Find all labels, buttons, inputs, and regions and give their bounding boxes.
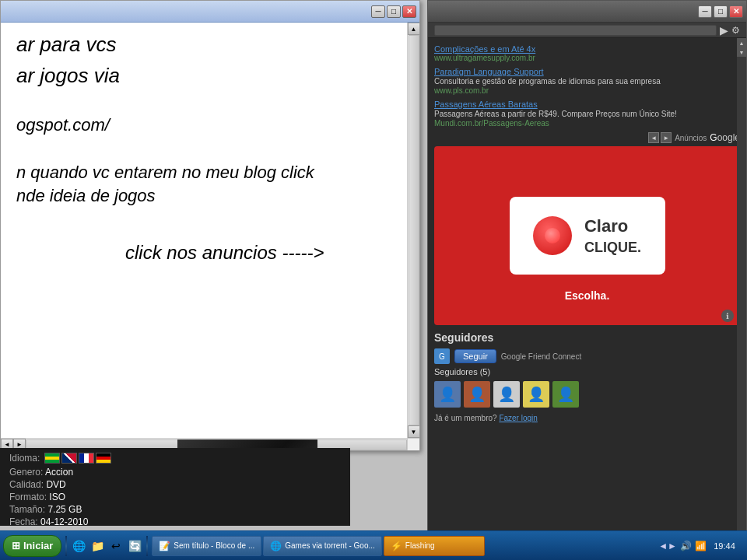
fazer-login-link[interactable]: Fazer login <box>499 414 537 422</box>
taskbar-tasks: 📝 Sem título - Bloco de ... 🌐 Games via … <box>152 536 652 556</box>
ad-3-title[interactable]: Passagens Aéreas Baratas <box>434 100 740 109</box>
notepad-icon: 📝 <box>159 541 170 551</box>
task-flashing[interactable]: ⚡ Flashing <box>384 536 485 556</box>
right-scroll-up[interactable]: ▲ <box>737 38 746 47</box>
ad-3-desc: Passagens Aéreas a partir de R$49. Compa… <box>434 109 740 119</box>
seguidores-count: Seguidores (5) <box>434 367 740 376</box>
claro-card: Claro CLIQUE. <box>510 197 665 275</box>
forward-icon[interactable]: 🔄 <box>127 538 142 554</box>
start-label: Iniciar <box>23 540 53 551</box>
taskbar: ⊞ Iniciar 🌐 📁 ↩ 🔄 📝 Sem título - Bloco d… <box>0 530 747 560</box>
task-browser-label: Games via torrent - Goo... <box>285 541 375 550</box>
browser-icon: 🌐 <box>270 541 282 551</box>
back-icon[interactable]: ↩ <box>108 538 124 554</box>
systray-volume-icon: 🔊 <box>680 541 692 551</box>
google-friend-connect-label: Google Friend Connect <box>501 352 581 361</box>
systray-network-icon: 📶 <box>695 541 707 551</box>
ad-2-desc: Consultoria e gestão de programas de idi… <box>434 76 740 86</box>
seguidores-section: Seguidores G Seguir Google Friend Connec… <box>434 331 740 422</box>
claro-card-text: Claro CLIQUE. <box>584 216 641 256</box>
minimize-button[interactable]: ─ <box>371 5 385 18</box>
folder-icon[interactable]: 📁 <box>89 538 105 554</box>
ads-nav: ◄ ► <box>648 132 672 143</box>
go-button[interactable]: ▶ <box>720 24 728 37</box>
claro-cta: CLIQUE. <box>584 240 641 256</box>
bottom-info-panel: Idioma: Genero: Accion Calidad: DVD Form… <box>0 448 350 526</box>
avatar-row: 👤 👤 👤 👤 👤 <box>434 381 740 408</box>
formato-label: Formato: <box>9 492 47 502</box>
tamano-row: Tamaño: 7.25 GB <box>9 504 341 515</box>
left-window-content: ar para vcs ar jogos via ogspot.com/ n q… <box>1 23 419 450</box>
right-address-input[interactable] <box>434 25 717 36</box>
ads-section: Complicações e em Até 4x www.ultragamesu… <box>434 41 740 146</box>
scroll-down-button[interactable]: ▼ <box>408 425 420 438</box>
right-scroll-down[interactable]: ▼ <box>737 47 746 57</box>
fecha-value: 04-12-2010 <box>40 516 88 527</box>
task-browser[interactable]: 🌐 Games via torrent - Goo... <box>263 536 382 556</box>
seguir-row: G Seguir Google Friend Connect <box>434 348 740 364</box>
maximize-button[interactable]: □ <box>387 5 401 18</box>
idioma-label: Idioma: <box>9 453 40 464</box>
ja-membro-label: Já é um membro? <box>434 414 497 422</box>
clock: 19:44 <box>710 541 739 551</box>
taskbar-divider-2 <box>146 536 148 556</box>
tamano-label: Tamaño: <box>9 504 45 515</box>
scroll-corner <box>407 438 419 450</box>
ad-1-title[interactable]: Complicações e em Até 4x <box>434 44 740 54</box>
blog-line-1: ar para vcs <box>16 30 391 58</box>
right-addressbar: ▶ ⚙ <box>428 23 746 38</box>
vertical-scrollbar[interactable]: ▲ ▼ <box>407 23 419 438</box>
blog-content: ar para vcs ar jogos via ogspot.com/ n q… <box>1 23 407 438</box>
ja-membro-text: Já é um membro? Fazer login <box>434 414 740 422</box>
calidad-value: DVD <box>46 479 65 490</box>
genero-row: Genero: Accion <box>9 467 341 478</box>
right-maximize-button[interactable]: □ <box>714 5 728 18</box>
systray: ◄► 🔊 📶 19:44 <box>654 541 744 551</box>
avatar-4: 👤 <box>523 381 549 408</box>
genero-label: Genero: <box>9 467 43 478</box>
left-titlebar: ─ □ ✕ <box>1 1 419 23</box>
blog-idea: nde ideia de jogos <box>16 184 391 208</box>
avatar-1: 👤 <box>434 381 461 408</box>
seguidores-title: Seguidores <box>434 331 740 344</box>
flash-icon: ⚡ <box>391 541 402 551</box>
scroll-up-button[interactable]: ▲ <box>408 23 420 35</box>
calidad-row: Calidad: DVD <box>9 479 341 490</box>
ad-3-url: Mundi.com.br/Passagens-Aereas <box>434 119 740 128</box>
systray-arrows-icon: ◄► <box>658 541 677 551</box>
formato-row: Formato: ISO <box>9 492 341 502</box>
right-titlebar: ─ □ ✕ <box>428 1 746 23</box>
left-browser-window: ─ □ ✕ ar para vcs ar jogos via ogspot.co… <box>0 0 420 451</box>
fecha-label: Fecha: <box>9 516 38 527</box>
tamano-value: 7.25 GB <box>47 504 82 515</box>
ad-2-title[interactable]: Paradigm Language Support <box>434 67 740 76</box>
blog-instruction: n quando vc entarem no meu blog click <box>16 161 391 185</box>
flags-area <box>44 453 111 464</box>
start-button[interactable]: ⊞ Iniciar <box>3 535 61 557</box>
blog-url: ogspot.com/ <box>16 114 391 138</box>
flag-germany <box>96 453 111 464</box>
ads-next-button[interactable]: ► <box>661 132 672 143</box>
task-notepad[interactable]: 📝 Sem título - Bloco de ... <box>152 536 261 556</box>
close-button[interactable]: ✕ <box>402 5 416 18</box>
scroll-thumb-vertical[interactable] <box>409 35 419 425</box>
ie-icon[interactable]: 🌐 <box>71 538 86 554</box>
ad-2-url: www.pls.com.br <box>434 86 740 95</box>
windows-logo-icon: ⊞ <box>12 540 20 551</box>
quick-launch-icons: 🌐 📁 ↩ 🔄 <box>71 538 142 554</box>
claro-brand: Claro <box>584 216 641 236</box>
claro-banner[interactable]: Claro CLIQUE. Escolha. ℹ <box>434 146 740 325</box>
flag-brazil <box>44 453 60 464</box>
claro-logo <box>533 216 572 255</box>
right-minimize-button[interactable]: ─ <box>698 5 712 18</box>
avatar-3: 👤 <box>493 381 520 408</box>
blog-line-2: ar jogos via <box>16 61 391 89</box>
tools-button[interactable]: ⚙ <box>731 25 740 36</box>
ads-prev-button[interactable]: ◄ <box>648 132 659 143</box>
right-close-button[interactable]: ✕ <box>729 5 743 18</box>
flag-uk <box>61 453 77 464</box>
avatar-2: 👤 <box>464 381 490 408</box>
seguir-service-icon: G <box>434 348 450 364</box>
seguir-button[interactable]: Seguir <box>454 349 496 363</box>
right-scrollbar[interactable]: ▲ ▼ <box>737 38 746 542</box>
